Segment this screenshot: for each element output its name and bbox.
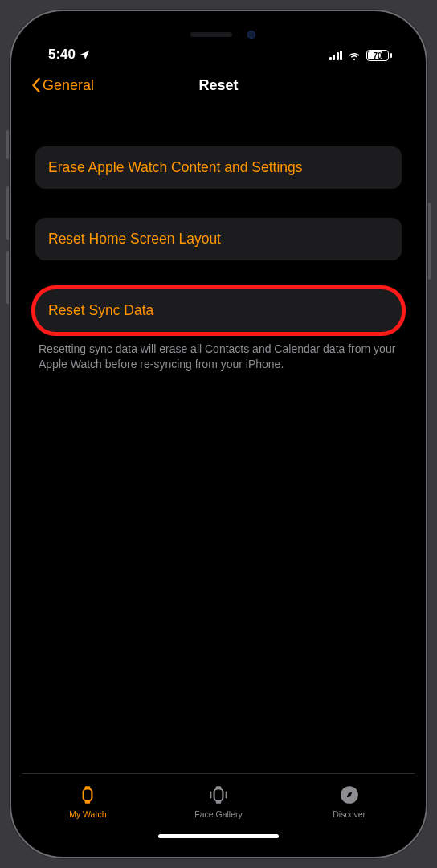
watch-icon xyxy=(77,784,98,807)
status-bar: 5:40 70 xyxy=(22,23,415,66)
back-button[interactable]: General xyxy=(31,77,94,94)
tab-label: My Watch xyxy=(69,809,106,819)
navigation-bar: General Reset xyxy=(22,66,415,104)
gallery-icon xyxy=(208,784,229,807)
location-icon xyxy=(79,49,91,61)
reset-sync-data-row[interactable]: Reset Sync Data xyxy=(35,289,402,332)
tab-my-watch[interactable]: My Watch xyxy=(39,784,136,819)
svg-rect-4 xyxy=(216,786,222,788)
tab-discover[interactable]: Discover xyxy=(301,784,398,819)
home-indicator[interactable] xyxy=(158,834,279,838)
screen: 5:40 70 xyxy=(22,23,415,845)
back-label: General xyxy=(43,77,94,94)
svg-rect-3 xyxy=(214,788,223,800)
footer-description: Resetting sync data will erase all Conta… xyxy=(35,342,402,372)
tab-label: Face Gallery xyxy=(194,809,243,819)
status-time: 5:40 xyxy=(48,47,76,63)
compass-icon xyxy=(339,784,360,807)
chevron-left-icon xyxy=(31,77,41,93)
row-label: Reset Sync Data xyxy=(48,302,153,318)
side-button[interactable] xyxy=(427,203,431,280)
svg-rect-2 xyxy=(85,801,91,804)
tab-label: Discover xyxy=(333,809,366,819)
svg-rect-5 xyxy=(216,801,222,804)
svg-rect-0 xyxy=(84,788,92,800)
tab-face-gallery[interactable]: Face Gallery xyxy=(170,784,267,819)
reset-home-screen-row[interactable]: Reset Home Screen Layout xyxy=(35,218,402,260)
erase-content-settings-row[interactable]: Erase Apple Watch Content and Settings xyxy=(35,146,402,189)
svg-rect-1 xyxy=(85,786,91,788)
wifi-icon xyxy=(347,48,361,63)
content-area: Erase Apple Watch Content and Settings R… xyxy=(22,104,415,773)
phone-frame: 5:40 70 xyxy=(10,10,427,858)
row-label: Reset Home Screen Layout xyxy=(48,231,221,247)
battery-indicator: 70 xyxy=(366,50,392,61)
row-label: Erase Apple Watch Content and Settings xyxy=(48,159,303,175)
cellular-icon xyxy=(329,51,343,60)
